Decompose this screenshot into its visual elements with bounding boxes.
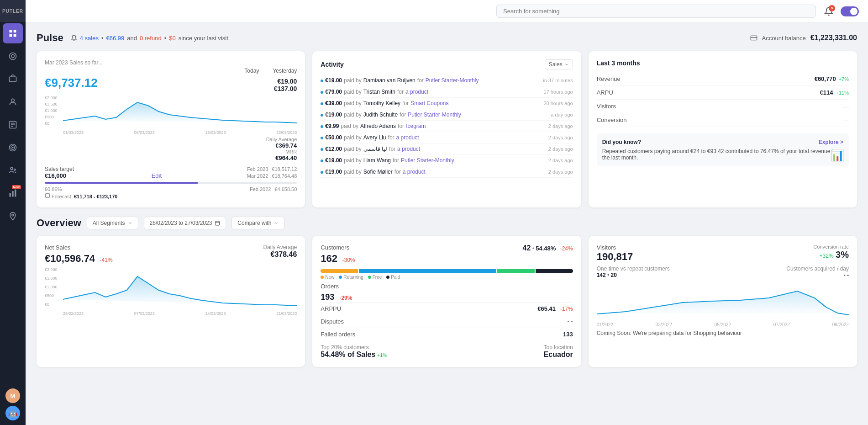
pulse-grid: Mar 2023 Sales so far... Today Yesterday…	[37, 51, 857, 207]
activity-item: €19.00 paid by Damiaan van Ruijven for P…	[321, 75, 573, 86]
failed-orders-label: Failed orders	[321, 331, 355, 338]
sales-dropdown[interactable]: Sales	[545, 59, 573, 69]
orders-val: 193	[321, 292, 334, 302]
svg-point-4	[10, 53, 16, 60]
disputes-label: Disputes	[321, 318, 344, 325]
sidebar-item-geo[interactable]	[3, 206, 23, 226]
today-value: €19.00	[274, 78, 297, 85]
activity-dot	[321, 114, 323, 117]
pulse-notification: 4 sales • €66.99 and 0 refund • $0 since…	[71, 35, 230, 42]
bot-avatar[interactable]: 🤖	[5, 406, 20, 420]
customers-count: 162	[321, 253, 337, 264]
svg-rect-6	[10, 77, 16, 82]
yesterday-value: €137.00	[274, 85, 297, 92]
feb-2022-val: €4,658.50	[274, 186, 297, 192]
sales-amount: €66.99	[106, 35, 124, 42]
forecast-val: €11,718 - €123,170	[74, 194, 117, 199]
l3m-row: ARPU €114+11%	[597, 86, 849, 100]
notifications-button[interactable]: 5	[821, 4, 836, 19]
app-logo: PUTLER	[0, 0, 26, 22]
new-badge: New	[12, 185, 21, 189]
sidebar-item-analytics[interactable]	[3, 46, 23, 66]
pulse-title: Pulse	[37, 32, 63, 44]
mar-2022-label: Mar 2022	[247, 173, 268, 179]
svg-point-16	[14, 169, 16, 170]
overview-grid: Net Sales €10,596.74 -41% Daily Average …	[37, 236, 857, 367]
compare-with-button[interactable]: Compare with	[231, 217, 284, 229]
customers-badge: -30%	[342, 257, 355, 263]
overview-header: Overview All Segments 28/02/2023 to 27/0…	[37, 217, 857, 229]
visitors-count: 190,817	[597, 251, 633, 263]
top-location-val: Ecuador	[544, 351, 573, 359]
dyk-text: Repeated customers paying around €24 to …	[602, 148, 843, 161]
sidebar-item-reports[interactable]	[3, 115, 23, 135]
progress-bar-fill	[45, 182, 198, 184]
notification-count: 5	[829, 5, 835, 11]
net-sales-label: Net Sales	[45, 244, 113, 251]
sidebar-item-goals[interactable]	[3, 138, 23, 158]
today-label: Today	[244, 68, 259, 74]
sidebar-item-customers[interactable]	[3, 92, 23, 112]
sales-target-label: Sales target	[45, 166, 74, 172]
visitors-header: Visitors 190,817 Conversion rate +32% 3%	[597, 244, 849, 263]
sidebar-bottom: M 🤖	[5, 388, 20, 425]
theme-toggle[interactable]	[841, 6, 859, 16]
since-text: since your last visit.	[179, 35, 230, 42]
sidebar-item-products[interactable]	[3, 69, 23, 89]
svg-point-20	[12, 214, 14, 216]
daily-avg-val: €369.74	[266, 142, 297, 149]
visitors-label: Visitors	[597, 244, 633, 251]
sidebar-item-overview[interactable]: New	[3, 183, 23, 203]
disputes-val: - -	[567, 318, 573, 325]
svg-rect-17	[10, 193, 11, 197]
coming-soon: Coming Soon: We're preparing data for Sh…	[597, 330, 849, 336]
l3m-row: Visitors - -	[597, 100, 849, 113]
top20-val: 54.48% of Sales	[321, 351, 375, 358]
feb-2022-label: Feb 2022	[250, 186, 271, 192]
segment-dropdown[interactable]: All Segments	[87, 217, 138, 229]
cust-day-val: - -	[844, 272, 849, 278]
account-balance-value: €1,223,331.00	[810, 34, 857, 42]
customers-card: Customers 162 -30% 42 • 54.48% -24%	[312, 236, 581, 367]
feb-2023-label: Feb 2023	[247, 166, 268, 172]
l3m-rows: Revenue €60,770+7% ARPU €114+11% Visitor…	[597, 72, 849, 127]
svg-rect-0	[10, 30, 12, 33]
edit-target-link[interactable]: Edit	[152, 172, 162, 179]
conv-rate-badge: +32%	[820, 253, 834, 259]
svg-point-14	[12, 147, 13, 148]
svg-rect-19	[15, 190, 16, 197]
user-avatar[interactable]: M	[5, 388, 20, 403]
activity-dot	[321, 102, 323, 105]
svg-rect-23	[46, 194, 50, 198]
bar-pct-left: 42	[523, 244, 531, 252]
account-balance: Account balance €1,223,331.00	[750, 34, 857, 42]
date-range-picker[interactable]: 28/02/2023 to 27/03/2023	[144, 217, 226, 229]
activity-item: €12.00 paid by لیا قاسمی for a product 2…	[321, 143, 573, 155]
mrr-label: MRR	[266, 149, 297, 154]
search-input[interactable]	[496, 5, 816, 18]
legend-paid: Paid	[391, 275, 400, 280]
ns-daily-avg-label: Daily Average	[263, 244, 297, 250]
refund-amount: $0	[169, 35, 175, 42]
daily-avg-label: Daily Average	[266, 137, 297, 142]
visitors-card: Visitors 190,817 Conversion rate +32% 3%…	[589, 236, 857, 367]
sidebar-item-affiliates[interactable]	[3, 160, 23, 181]
conv-rate-val: 3%	[836, 250, 849, 260]
activity-dot	[321, 91, 323, 94]
activity-dot	[321, 137, 323, 139]
activity-title: Activity	[321, 61, 344, 68]
activity-item: €39.00 paid by Tomothy Kelley for Smart …	[321, 98, 573, 109]
sidebar-item-dashboard[interactable]	[3, 23, 23, 43]
last3months-title: Last 3 months	[597, 59, 849, 67]
top20-label: Top 20% customers	[321, 344, 387, 351]
disputes-row: Disputes - -	[321, 315, 573, 328]
explore-link[interactable]: Explore >	[819, 139, 843, 145]
target-amount: €16,000	[45, 172, 66, 179]
top-location-label: Top location	[544, 344, 573, 351]
activity-header: Activity Sales	[321, 59, 573, 69]
yesterday-label: Yesterday	[273, 68, 297, 74]
sales-count: 4 sales	[80, 35, 99, 42]
progress-pct: 60.86%	[45, 186, 62, 192]
activity-dot	[321, 159, 323, 162]
top20-badge: +1%	[377, 352, 387, 358]
